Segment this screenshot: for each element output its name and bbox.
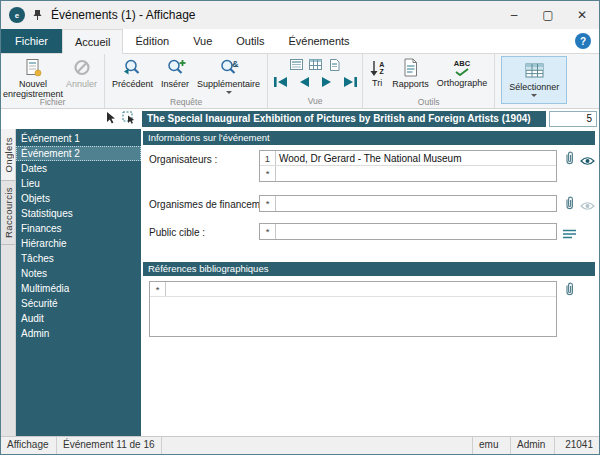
status-bar: Affichage Événement 11 de 16 emu Admin 2…: [1, 436, 599, 454]
row-number-cell[interactable]: *: [260, 166, 276, 181]
text-list-icon[interactable]: [563, 225, 576, 243]
organisers-label: Organisateurs :: [149, 154, 217, 165]
ribbon-group-selectionner: Sélectionner: [495, 54, 573, 108]
previous-query-button[interactable]: Précédent: [108, 55, 157, 97]
tab-outils[interactable]: Outils: [224, 29, 276, 53]
spelling-button[interactable]: ABC Orthographe: [433, 55, 492, 97]
previous-record-icon[interactable]: [294, 74, 313, 89]
status-user: Admin: [511, 437, 555, 454]
status-port: 21041: [555, 437, 599, 454]
view-attachment-eye-disabled-icon: [580, 197, 595, 215]
previous-query-icon: [122, 58, 143, 79]
select-button[interactable]: Sélectionner: [501, 56, 567, 104]
sidebar-item-evenement-2[interactable]: Événement 2: [16, 146, 141, 161]
sidebar-item-statistiques[interactable]: Statistiques: [16, 206, 141, 221]
tab-accueil[interactable]: Accueil: [62, 29, 123, 54]
sidebar-item-securite[interactable]: Sécurité: [16, 296, 141, 311]
table-row: *: [260, 224, 556, 239]
additional-query-label: Supplémentaire: [197, 80, 260, 90]
ribbon-group-label-requete: Requête: [105, 97, 267, 109]
sort-icon: AZ: [370, 58, 384, 78]
funding-label: Organismes de financement: [149, 199, 274, 210]
minimize-button[interactable]: –: [497, 1, 531, 29]
audience-label: Public cible :: [149, 227, 205, 238]
sort-button[interactable]: AZ Tri: [366, 55, 388, 97]
pin-icon[interactable]: [33, 9, 42, 21]
bibliography-value-cell[interactable]: [166, 282, 556, 296]
sidebar-item-dates[interactable]: Dates: [16, 161, 141, 176]
sidebar-item-admin[interactable]: Admin: [16, 326, 141, 341]
view-attachment-eye-icon[interactable]: [580, 152, 595, 170]
sidebar-item-evenement-1[interactable]: Événement 1: [16, 131, 141, 146]
row-number-cell[interactable]: 1: [260, 151, 276, 165]
undo-label: Annuler: [66, 80, 97, 90]
tab-vue[interactable]: Vue: [181, 29, 224, 53]
help-icon[interactable]: ?: [575, 33, 591, 49]
sort-label: Tri: [372, 79, 382, 89]
reports-icon: [403, 58, 418, 79]
view-page-icon[interactable]: [327, 58, 342, 71]
undo-button[interactable]: Annuler: [62, 55, 101, 97]
record-tools: [3, 111, 139, 127]
select-icon: [525, 63, 544, 80]
tab-fichier[interactable]: Fichier: [1, 29, 62, 53]
next-record-icon[interactable]: [317, 74, 336, 89]
status-record-position: Événement 11 de 16: [57, 437, 162, 454]
ribbon-group-label-outils: Outils: [363, 97, 494, 109]
view-list-icon[interactable]: [289, 58, 304, 71]
select-record-icon[interactable]: [122, 110, 136, 128]
select-label: Sélectionner: [509, 82, 559, 92]
ribbon-group-label-fichier: Fichier: [1, 97, 104, 109]
ribbon-group-fichier: Nouvel enregistrement Annuler Fichier: [1, 54, 105, 108]
funding-value-cell[interactable]: [276, 196, 556, 211]
row-number-cell[interactable]: *: [260, 224, 276, 239]
sidebar-tab-list: Événement 1 Événement 2 Dates Lieu Objet…: [16, 129, 141, 436]
ribbon-group-requete: Précédent Insérer & Supplémentaire Requê…: [105, 54, 268, 108]
view-table-icon[interactable]: [308, 58, 323, 71]
additional-query-button[interactable]: & Supplémentaire: [193, 55, 264, 97]
sidebar: Onglets Raccourcis Événement 1 Événement…: [1, 129, 141, 436]
additional-query-caret-icon: [226, 91, 232, 94]
sidebar-item-notes[interactable]: Notes: [16, 266, 141, 281]
app-window: e Événements (1) - Affichage – ▢ ✕ Fichi…: [0, 0, 600, 455]
status-mode: Affichage: [1, 437, 57, 454]
maximize-button[interactable]: ▢: [531, 1, 565, 29]
new-record-icon: [24, 58, 42, 79]
record-header-bar: The Special Inaugural Exhibition of Pict…: [1, 109, 599, 129]
row-number-cell[interactable]: *: [150, 282, 166, 296]
tab-evenements[interactable]: Événements: [276, 29, 361, 53]
pointer-icon[interactable]: [106, 110, 116, 128]
sidebar-item-lieu[interactable]: Lieu: [16, 176, 141, 191]
sidebar-item-taches[interactable]: Tâches: [16, 251, 141, 266]
spelling-icon: ABC: [454, 58, 470, 78]
app-logo-icon: e: [9, 7, 25, 23]
sidebar-tab-onglets[interactable]: Onglets: [1, 129, 15, 181]
insert-query-icon: [165, 58, 186, 79]
table-row: *: [150, 282, 556, 297]
sidebar-item-audit[interactable]: Audit: [16, 311, 141, 326]
last-record-icon[interactable]: [340, 74, 359, 89]
organiser-value-cell[interactable]: Wood, Dr Gerard - The National Museum: [276, 151, 556, 165]
audience-value-cell[interactable]: [276, 224, 556, 239]
first-record-icon[interactable]: [271, 74, 290, 89]
tab-edition[interactable]: Édition: [123, 29, 181, 53]
insert-query-button[interactable]: Insérer: [157, 55, 193, 97]
sidebar-item-finances[interactable]: Finances: [16, 221, 141, 236]
ribbon-group-vue: Vue: [268, 54, 363, 108]
table-row: *: [260, 166, 556, 181]
bibliography-grid: *: [149, 281, 557, 337]
sidebar-item-hierarchie[interactable]: Hiérarchie: [16, 236, 141, 251]
attach-icon[interactable]: [563, 282, 576, 301]
status-service: emu: [473, 437, 511, 454]
reports-button[interactable]: Rapports: [388, 55, 433, 97]
organiser-value-cell[interactable]: [276, 166, 556, 181]
sidebar-tab-raccourcis[interactable]: Raccourcis: [1, 181, 15, 245]
sidebar-item-objets[interactable]: Objets: [16, 191, 141, 206]
sidebar-item-multimedia[interactable]: Multimédia: [16, 281, 141, 296]
row-number-cell[interactable]: *: [260, 196, 276, 211]
new-record-button[interactable]: Nouvel enregistrement: [4, 55, 62, 97]
attach-icon[interactable]: [563, 151, 576, 170]
close-button[interactable]: ✕: [565, 1, 599, 29]
attach-icon[interactable]: [563, 196, 576, 215]
ribbon-group-label-vue: Vue: [268, 96, 362, 108]
